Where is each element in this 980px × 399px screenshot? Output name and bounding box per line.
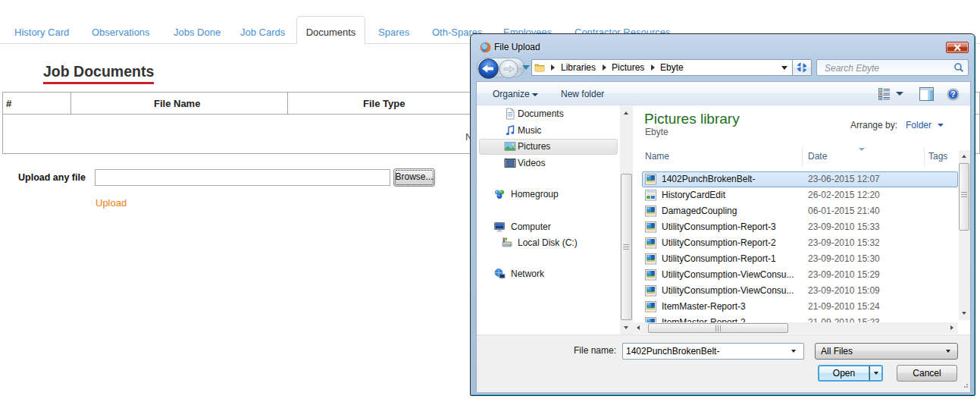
svg-text:?: ? — [950, 90, 955, 99]
